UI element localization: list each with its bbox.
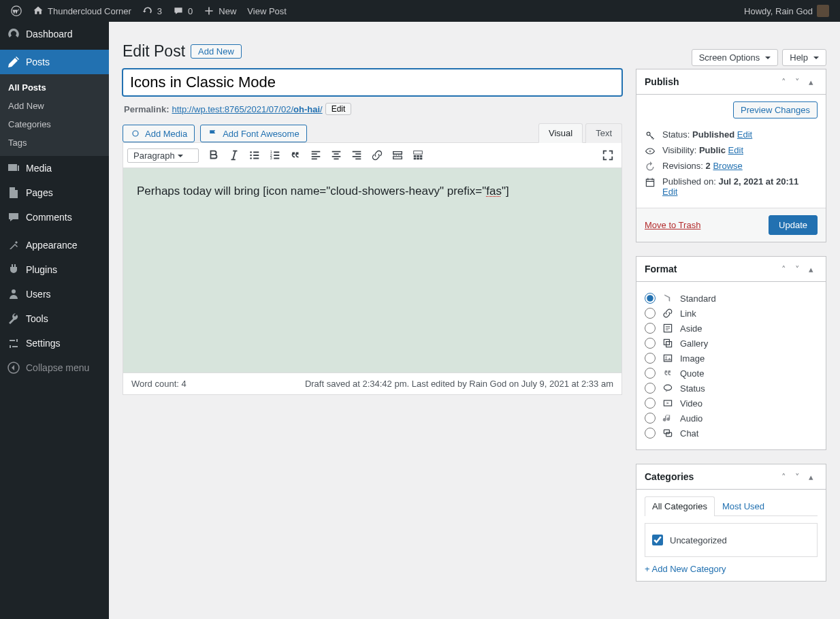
site-name[interactable]: Thundercloud Corner	[27, 0, 137, 22]
admin-bar: Thundercloud Corner 3 0 New View Post Ho…	[0, 0, 840, 22]
updates[interactable]: 3	[137, 0, 167, 22]
my-account[interactable]: Howdy, Rain God	[739, 0, 835, 22]
wp-logo[interactable]	[5, 0, 27, 22]
new-content[interactable]: New	[198, 0, 242, 22]
view-post[interactable]: View Post	[242, 0, 292, 22]
comments[interactable]: 0	[167, 0, 198, 22]
avatar	[817, 5, 829, 17]
